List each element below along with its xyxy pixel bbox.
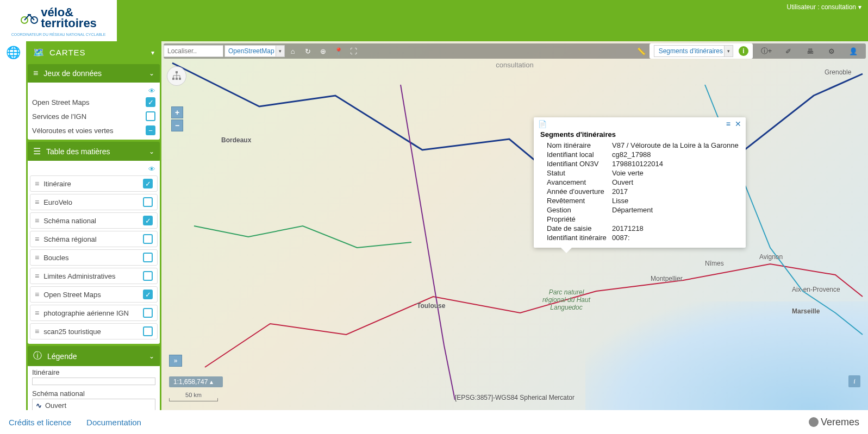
- toc-item[interactable]: ≡EuroVelo: [30, 194, 158, 210]
- city-label: Bordeaux: [221, 136, 251, 144]
- dataset-item[interactable]: Open Street Maps ✓: [28, 95, 160, 109]
- drag-icon[interactable]: ≡: [35, 235, 39, 243]
- scale-ratio[interactable]: 1:1,658,747▴: [169, 376, 223, 387]
- drag-icon[interactable]: ≡: [35, 290, 39, 299]
- svg-rect-4: [176, 78, 178, 80]
- segment-select[interactable]: Segments d'itinéraires▾: [654, 45, 733, 57]
- legend-header[interactable]: ⓘ Légende ⌄: [28, 346, 160, 366]
- toc-item[interactable]: ≡Schéma national✓: [30, 212, 158, 229]
- legend-swatch: ∿Ouvert ∿Non ouvert: [32, 399, 155, 410]
- map-canvas[interactable]: Bordeaux Toulouse Montpellier Nîmes Avig…: [161, 41, 868, 410]
- top-banner: vélo& territoires COORDINATEUR DU RÉSEAU…: [0, 0, 868, 41]
- edit-button[interactable]: ✐: [781, 45, 795, 57]
- dataset-item[interactable]: Services de l'IGN: [28, 109, 160, 123]
- close-button[interactable]: ✕: [735, 119, 741, 128]
- datasets-header[interactable]: ≡ Jeux de données ⌄: [28, 64, 160, 83]
- credits-link[interactable]: Crédits et licence: [9, 418, 71, 427]
- chevron-down-icon: ▾: [276, 46, 284, 56]
- user-button[interactable]: 👤: [846, 45, 860, 57]
- popup-row: Identifiant localcg82_17988: [547, 150, 739, 159]
- pin-button[interactable]: 📍: [332, 45, 346, 57]
- checkbox[interactable]: [143, 326, 153, 336]
- popup-row: AvancementOuvert: [547, 178, 739, 187]
- drag-icon[interactable]: ≡: [35, 253, 39, 262]
- map-icon: 🗺️: [33, 47, 44, 58]
- toc-section: 👁 ≡Itinéraire✓≡EuroVelo≡Schéma national✓…: [28, 161, 160, 344]
- ruler-button[interactable]: 📏: [634, 45, 648, 57]
- expand-button[interactable]: »: [169, 355, 182, 367]
- city-label: Montpellier: [651, 275, 683, 282]
- datasets-label: Jeux de données: [43, 69, 149, 78]
- drag-icon[interactable]: ≡: [35, 198, 39, 206]
- home-button[interactable]: ⌂: [286, 45, 300, 57]
- popup-row: Identifiant itinéraire0087:: [547, 233, 739, 242]
- left-rail: 🌐: [0, 41, 26, 410]
- globe-button[interactable]: ⊕: [316, 45, 330, 57]
- vendor-icon: [809, 417, 819, 427]
- city-label: Marseille: [792, 307, 820, 315]
- caret-up-icon: ▴: [210, 378, 213, 386]
- eye-icon[interactable]: 👁: [148, 165, 155, 173]
- checkbox[interactable]: [143, 234, 153, 244]
- refresh-button[interactable]: ↻: [301, 45, 315, 57]
- settings-button[interactable]: ⚙: [825, 45, 839, 57]
- popup-row: GestionDépartement: [547, 205, 739, 215]
- document-icon: 📄: [538, 120, 547, 128]
- zoom-out-button[interactable]: −: [171, 119, 183, 131]
- park-label: Parc naturel régional du Haut Languedoc: [536, 288, 596, 311]
- drag-icon[interactable]: ≡: [35, 272, 39, 280]
- toc-item[interactable]: ≡photographie aérienne IGN: [30, 305, 158, 321]
- toc-item[interactable]: ≡Boucles: [30, 249, 158, 266]
- checkbox[interactable]: ✓: [143, 179, 153, 188]
- user-menu[interactable]: Utilisateur : consultation▾: [787, 3, 861, 11]
- map-info-button[interactable]: i: [848, 375, 860, 387]
- cartes-header[interactable]: 🗺️ CARTES ▾: [28, 43, 160, 62]
- feature-popup: 📄 ≡ ✕ Segments d'itinéraires Nom itinéra…: [534, 117, 746, 248]
- eye-icon[interactable]: 👁: [148, 87, 155, 95]
- drag-icon[interactable]: ≡: [35, 309, 39, 317]
- popup-row: Année d'ouverture2017: [547, 187, 739, 196]
- toc-item[interactable]: ≡scan25 touristique: [30, 323, 158, 339]
- drag-icon[interactable]: ≡: [35, 216, 39, 225]
- checkbox[interactable]: ✓: [146, 97, 155, 107]
- toc-label: Table des matières: [46, 147, 149, 156]
- drag-icon[interactable]: ≡: [35, 179, 39, 188]
- checkbox[interactable]: [143, 253, 153, 262]
- toc-item[interactable]: ≡Open Street Maps✓: [30, 286, 158, 303]
- globe-icon[interactable]: 🌐: [0, 46, 26, 60]
- toc-item[interactable]: ≡Itinéraire✓: [30, 175, 158, 192]
- database-icon: ≡: [33, 68, 38, 78]
- popup-row: Propriété: [547, 215, 739, 224]
- info-icon: ⓘ: [33, 350, 42, 362]
- zoom-in-button[interactable]: +: [171, 106, 183, 118]
- tree-button[interactable]: [167, 66, 186, 86]
- toc-header[interactable]: ☰ Table des matières ⌄: [28, 142, 160, 161]
- drag-icon[interactable]: ≡: [35, 327, 39, 336]
- checkbox[interactable]: [143, 271, 153, 281]
- info-plus-button[interactable]: ⓘ+: [759, 45, 773, 57]
- toc-item[interactable]: ≡Limites Administratives: [30, 268, 158, 284]
- map-background: Bordeaux Toulouse Montpellier Nîmes Avig…: [161, 41, 868, 410]
- city-label: Toulouse: [417, 302, 445, 310]
- dataset-item[interactable]: Véloroutes et voies vertes −: [28, 123, 160, 137]
- popup-row: Nom itinéraireV87 / Véloroute de la Loir…: [547, 141, 739, 150]
- checkbox[interactable]: [143, 308, 153, 318]
- checkbox[interactable]: ✓: [143, 290, 153, 299]
- checkbox[interactable]: [143, 197, 153, 207]
- print-button[interactable]: 🖶: [803, 45, 817, 57]
- docs-link[interactable]: Documentation: [86, 418, 141, 427]
- checkbox[interactable]: −: [146, 125, 155, 135]
- segment-tool: Segments d'itinéraires▾ i: [650, 43, 753, 59]
- locate-source-select[interactable]: OpenStreetMap▾: [224, 45, 285, 57]
- svg-rect-5: [179, 78, 181, 80]
- caret-down-icon: ▾: [151, 49, 154, 56]
- caret-down-icon: ▾: [858, 3, 861, 11]
- chevron-down-icon: ⌄: [149, 148, 154, 155]
- locate-input[interactable]: [164, 45, 223, 57]
- toc-item[interactable]: ≡Schéma régional: [30, 231, 158, 247]
- checkbox[interactable]: ✓: [143, 216, 153, 225]
- info-icon[interactable]: i: [739, 46, 748, 56]
- list-button[interactable]: ≡: [726, 119, 730, 128]
- fullscreen-button[interactable]: ⛶: [347, 45, 361, 57]
- checkbox[interactable]: [146, 111, 155, 121]
